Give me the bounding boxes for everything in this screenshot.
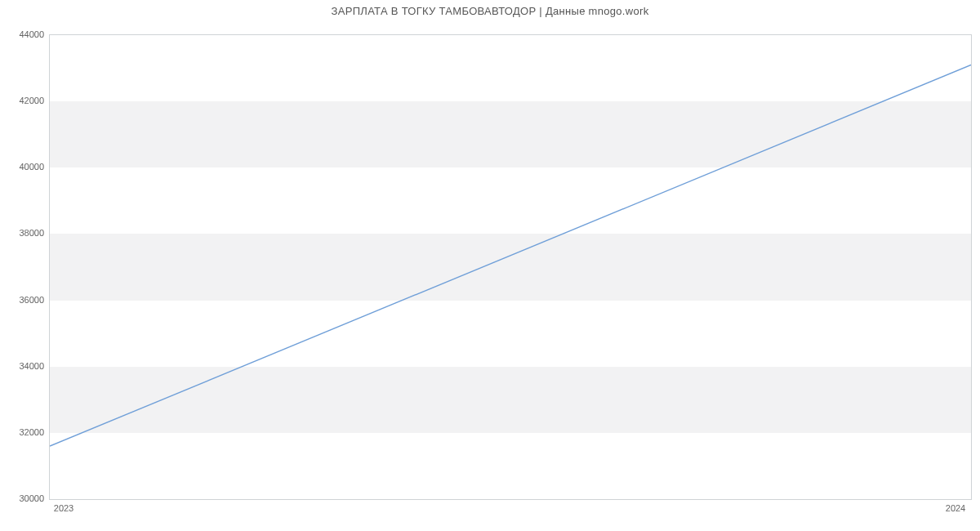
y-tick-label: 36000 (3, 295, 44, 305)
chart-title: ЗАРПЛАТА В ТОГКУ ТАМБОВАВТОДОР | Данные … (0, 5, 980, 17)
y-tick-label: 42000 (3, 96, 44, 105)
x-tick-label: 2023 (54, 503, 74, 513)
plot-area (49, 34, 972, 500)
y-tick-label: 34000 (3, 361, 44, 371)
y-tick-label: 38000 (3, 228, 44, 238)
y-tick-label: 30000 (3, 493, 44, 503)
y-tick-label: 44000 (3, 29, 44, 39)
chart-container: ЗАРПЛАТА В ТОГКУ ТАМБОВАВТОДОР | Данные … (0, 0, 980, 531)
y-tick-label: 32000 (3, 427, 44, 437)
y-tick-label: 40000 (3, 162, 44, 172)
x-tick-label: 2024 (946, 503, 965, 513)
line-series (50, 35, 971, 499)
